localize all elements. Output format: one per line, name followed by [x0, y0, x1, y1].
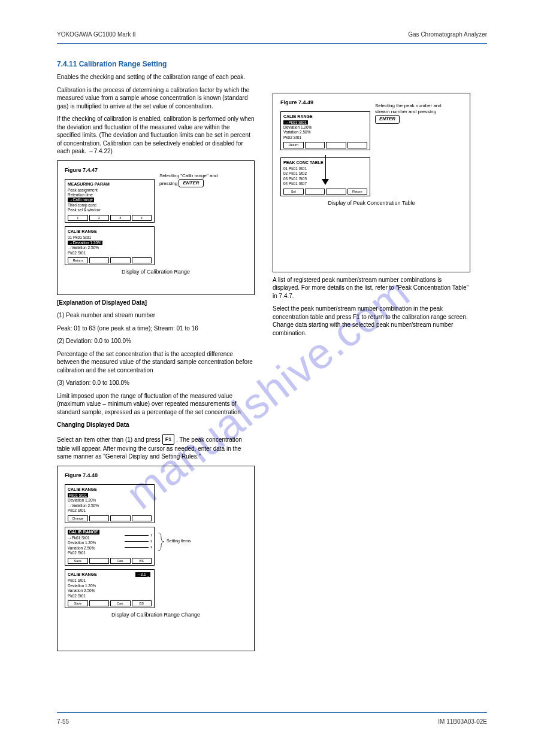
lcd-tab: [110, 515, 131, 521]
header-left: YOKOGAWA GC1000 Mark II: [57, 31, 136, 38]
footer-rule: [57, 712, 487, 713]
change-text: Select an item other than (1) and press: [57, 436, 162, 443]
enter-key-icon: ENTER: [179, 179, 203, 187]
desc-1-h: (1) Peak number and stream number: [57, 311, 255, 320]
footer-page: 7-55: [57, 718, 69, 725]
lcd-line: Peak sel & window: [68, 208, 152, 212]
lcd-line: 03 Pk01 St05: [283, 177, 367, 181]
lcd-measuring-param: MEASURING PARAM Peak assignment Retentio…: [65, 179, 155, 223]
desc-3-b: Limit imposed upon the range of fluctuat…: [57, 392, 255, 417]
fig-annotation: Selecting the peak number and stream num…: [375, 103, 447, 124]
fig-title: Display of Calibration Range: [65, 269, 247, 275]
lcd-tab: Save: [68, 600, 88, 606]
brace-num: 3: [150, 545, 152, 549]
lcd-line: Pk02 St01: [68, 594, 152, 598]
para-intro-1: Enables the checking and setting of the …: [57, 73, 255, 81]
fig-caption: Figure 7.4.48: [65, 472, 247, 478]
lcd-tab: BS: [132, 600, 152, 606]
desc-1-b: Peak: 01 to 63 (one peak at a time); Str…: [57, 324, 255, 333]
lcd-title: MEASURING PARAM: [68, 182, 152, 187]
footer-doc: IM 11B03A03-02E: [438, 718, 487, 725]
lcd-line: 01 Pk01 St01: [283, 166, 367, 171]
para-intro-3: If the checking of calibration is enable…: [57, 115, 255, 156]
lcd-line: Pk02 St01: [68, 508, 152, 512]
anno-text: Selecting the peak number and stream num…: [375, 103, 442, 114]
lcd-line: Variation 2.50%: [283, 130, 367, 134]
figure-7-4-48: Figure 7.4.48 CALIB RANGE Pk01 St01 Devi…: [57, 466, 255, 651]
brace-label: Setting items: [167, 539, 191, 543]
lcd-line: Deviation 1.20%: [283, 125, 367, 129]
lcd-title: PEAK CONC TABLE: [283, 160, 367, 165]
lcd-calib-range: CALIB RANGE 01 Pk01 St01 →Deviation 1.20…: [65, 226, 155, 265]
lcd-tab: Return: [347, 189, 368, 195]
desc-2-h: (2) Deviation: 0.0 to 100.0%: [57, 337, 255, 345]
desc-2-b: Percentage of the set concentration that…: [57, 350, 255, 375]
header-right: Gas Chromatograph Analyzer: [408, 31, 487, 38]
anno-line: [125, 547, 149, 548]
lcd-line: →Variation 2.50%: [68, 503, 152, 508]
change-heading: Changing Displayed Data: [57, 421, 255, 429]
lcd-calib-change-3: CALIB RANGE Pk01 St01 →3.1 _ Deviation 1…: [65, 569, 155, 608]
lcd-line: →Variation 2.50%: [68, 245, 152, 250]
lcd-tab: BS: [132, 558, 152, 564]
lcd-tab: [305, 189, 325, 195]
lcd-line: Deviation 1.20%: [68, 584, 152, 588]
lcd-tab: Sel: [283, 189, 304, 195]
lcd-tab: Can.: [110, 600, 131, 606]
fig-title: Display of Calibration Range Change: [65, 612, 247, 618]
change-para: Select an item other than (1) and press …: [57, 434, 255, 461]
lcd-tab: 4: [132, 215, 152, 221]
lcd-tab: [132, 515, 152, 521]
lcd-title: CALIB RANGE: [68, 487, 152, 492]
para-intro-2: Calibration is the process of determinin…: [57, 86, 255, 111]
lcd-tab: Can.: [110, 558, 131, 564]
lcd-tab: 1: [68, 215, 88, 221]
brace-icon: [158, 533, 165, 552]
lcd-tab: [326, 189, 346, 195]
lcd-line: Retention time: [68, 193, 152, 197]
lcd-peak-conc-table: PEAK CONC TABLE 01 Pk01 St01 02 Pk01 St0…: [280, 157, 370, 196]
lcd-title: CALIB RANGE: [68, 530, 99, 535]
figure-7-4-47: Figure 7.4.47 MEASURING PARAM Peak assig…: [57, 160, 255, 295]
lcd-selected: →Calib range: [68, 198, 94, 202]
lcd-calib-change-2: CALIB RANGE →Pk01 St01 Deviation 1.20% V…: [65, 527, 155, 566]
lcd-line: Pk02 St01: [68, 551, 152, 555]
lcd-line: 04 Pk01 St07: [283, 181, 367, 186]
desc-3-h: (3) Variation: 0.0 to 100.0%: [57, 379, 255, 387]
right-intro: [273, 81, 470, 89]
lcd-line: 01 Pk01 St01: [68, 235, 152, 239]
desc-head: [Explanation of Displayed Data]: [57, 299, 255, 307]
lcd-line: Pk02 St01: [283, 135, 367, 139]
lcd-tab: 2: [89, 215, 110, 221]
fig-title: Display of Peak Concentration Table: [280, 200, 463, 206]
lcd-selected: Pk01 St01: [68, 493, 88, 497]
lcd-line: Deviation 1.20%: [68, 498, 152, 502]
lcd-calib-change-1: CALIB RANGE Pk01 St01 Deviation 1.20% →V…: [65, 484, 155, 523]
lcd-line: Pk02 St01: [68, 251, 152, 255]
lcd-line: Variation 2.50%: [68, 588, 152, 593]
anno-line: [125, 535, 149, 536]
lcd-tab: [89, 257, 110, 263]
f1-key-icon: F1: [162, 434, 175, 445]
lcd-tab: [347, 142, 368, 148]
lcd-selected: →Pk01 St01: [283, 120, 308, 125]
lcd-tab: [326, 142, 346, 148]
right-tail-p: Select the peak number/stream number com…: [273, 305, 470, 337]
lcd-tab: [89, 600, 110, 606]
lcd-tab: [89, 558, 110, 564]
header-rule: [57, 43, 487, 44]
lcd-line: Third comp conc: [68, 203, 152, 207]
anno-line: [125, 541, 149, 542]
lcd-tab: [305, 142, 325, 148]
lcd-title: CALIB RANGE: [68, 229, 152, 234]
fig-caption: Figure 7.4.47: [65, 167, 247, 173]
lcd-line: Peak assignment: [68, 188, 152, 192]
brace-num: 2: [150, 539, 152, 543]
lcd-tab: Return: [68, 257, 88, 263]
right-under-p: A list of registered peak number/stream …: [273, 276, 470, 300]
fig-annotation: Selecting "Calib range" and pressing ENT…: [159, 173, 231, 188]
lcd-line: Pk01 St01: [68, 578, 152, 582]
lcd-tab: 3: [110, 215, 131, 221]
lcd-tab: [89, 515, 110, 521]
lcd-tab: [110, 257, 131, 263]
